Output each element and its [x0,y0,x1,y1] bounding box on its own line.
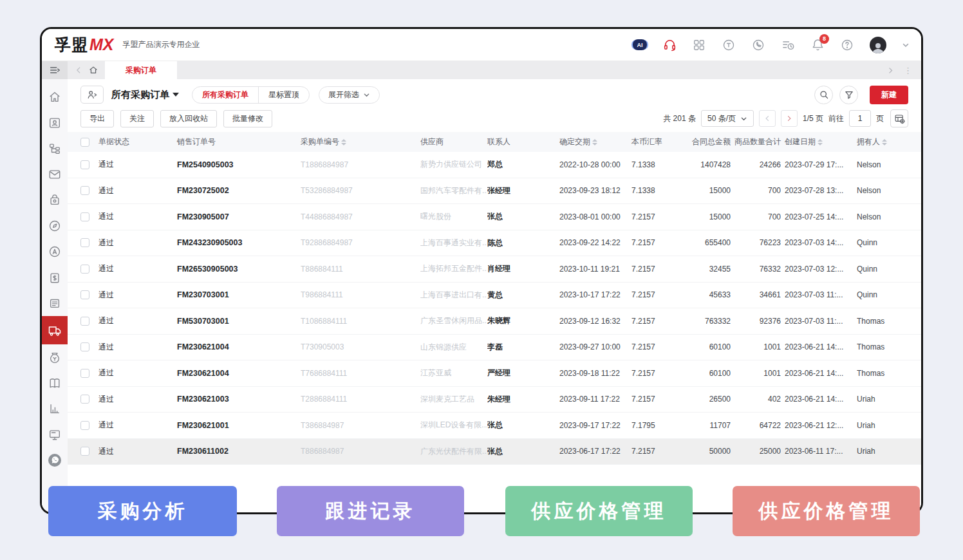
notification-bell-icon[interactable]: 8 [810,38,825,52]
tab-purchase-orders[interactable]: 采购订单 [105,61,177,79]
sort-icon[interactable] [592,139,597,145]
chevron-down-icon[interactable] [902,41,910,49]
user-avatar[interactable] [870,37,886,53]
segment-all-orders[interactable]: 所有采购订单 [192,87,258,103]
col-delivery-date[interactable]: 确定交期 [559,136,631,147]
sort-icon[interactable] [818,139,823,145]
table-row[interactable]: 通过 FM230703001 T986884111 上海百事进出口有... 黄总… [68,283,921,309]
filter-funnel-icon[interactable] [839,86,858,104]
sidebar-workbench-icon[interactable] [47,427,62,442]
cell-delivery-date: 2023-08-01 00:00 [559,212,631,221]
row-checkbox[interactable] [80,447,89,456]
row-checkbox[interactable] [80,160,89,169]
table-row[interactable]: 通过 FM243230905003 T92886884987 上海百事通实业有.… [68,230,921,257]
col-quantity-total[interactable]: 商品数量合计 [734,136,785,147]
page-size-select[interactable]: 50 条/页 [701,110,754,127]
table-row[interactable]: 通过 FM230725002 T53286884987 国邦汽车零配件有... … [68,178,921,205]
sidebar-home-icon[interactable] [47,89,62,105]
follow-button[interactable]: 关注 [120,110,154,127]
sidebar-accounts-icon[interactable] [47,244,62,259]
cell-contact: 陈总 [487,238,559,248]
collapse-menu-icon[interactable] [42,61,68,79]
row-checkbox[interactable] [80,238,89,247]
table-row[interactable]: 通过 FM2540905003 T1886884987 新势力供应链公司 郑总 … [68,152,921,178]
table-row[interactable]: 通过 FM230905007 T44886884987 曙光股份 张总 2023… [68,204,921,230]
col-owner[interactable]: 拥有人 [857,136,921,147]
col-purchase-no[interactable]: 采购单编号 [301,136,420,147]
search-icon[interactable] [814,86,833,104]
select-all-checkbox[interactable] [80,138,89,147]
export-button[interactable]: 导出 [80,110,114,127]
goto-page-input[interactable] [849,110,871,127]
col-supplier[interactable]: 供应商 [420,136,487,147]
headset-icon[interactable] [662,38,677,52]
overlay-button[interactable]: 供应价格管理 [505,486,693,536]
row-checkbox[interactable] [80,317,89,326]
table-row[interactable]: 通过 FM26530905003 T886884111 上海拓邦五金配件... … [68,256,921,283]
sidebar-analytics-icon[interactable] [47,401,62,416]
col-created-date[interactable]: 创建日期 [785,136,857,147]
new-button[interactable]: 新建 [870,86,908,104]
row-checkbox[interactable] [80,395,89,404]
overlay-button[interactable]: 采购分析 [48,486,237,536]
row-checkbox[interactable] [80,212,89,221]
col-contact[interactable]: 联系人 [487,136,559,147]
view-title[interactable]: 所有采购订单 [111,89,169,101]
table-row[interactable]: 通过 FM530703001 T1086884111 广东圣雪休闲用品... 朱… [68,308,921,335]
back-chevron-icon[interactable] [74,66,83,75]
sidebar-documents-icon[interactable] [47,295,62,311]
row-checkbox[interactable] [80,421,89,430]
overlay-button[interactable]: 跟进记录 [277,486,464,536]
column-settings-icon[interactable] [890,109,908,127]
row-checkbox[interactable] [80,265,89,274]
cell-contact: 肖经理 [487,263,559,274]
phone-circle-icon[interactable] [751,38,765,52]
sidebar-organization-icon[interactable] [47,141,62,156]
sidebar-customers-icon[interactable] [47,115,62,131]
cell-delivery-date: 2023-10-11 19:21 [559,265,631,274]
col-contract-amount[interactable]: 合同总金额 [688,136,734,147]
sidebar-ledger-icon[interactable] [47,375,62,391]
table-row[interactable]: 通过 FM230621001 T386884987 深圳LED设备有限... 张… [68,413,921,439]
segment-starred[interactable]: 星标置顶 [259,87,309,103]
row-checkbox[interactable] [80,186,89,195]
row-checkbox[interactable] [80,290,89,299]
sidebar-mail-icon[interactable] [47,167,62,182]
sort-icon[interactable] [882,139,887,145]
more-options-icon[interactable]: ⋮ [904,66,912,75]
task-circle-icon[interactable] [722,38,736,52]
col-exchange-rate[interactable]: 本币汇率 [631,136,688,147]
forward-chevron-icon[interactable] [886,66,895,75]
table-row[interactable]: 通过 FM230621004 T7686884111 江苏亚威 严经理 2023… [68,360,921,387]
sidebar-finance-icon[interactable] [47,270,62,285]
header-actions: AI [633,37,910,53]
recycle-bin-button[interactable]: 放入回收站 [160,110,217,127]
expand-filter-button[interactable]: 展开筛选 [319,86,380,104]
apps-grid-icon[interactable] [692,38,706,52]
col-sales-order[interactable]: 销售订单号 [177,136,301,147]
next-page-button[interactable] [781,110,798,127]
prev-page-button[interactable] [759,110,776,127]
cell-exchange-rate: 7.2157 [631,290,688,299]
sidebar-whatsapp-icon[interactable] [47,453,62,468]
table-row[interactable]: 通过 FM230621003 T2886884111 深圳麦克工艺品 朱经理 2… [68,387,921,413]
sort-icon[interactable] [341,139,346,145]
sidebar-products-icon[interactable] [47,192,62,208]
sidebar-procurement-truck-icon[interactable] [42,316,68,344]
row-checkbox[interactable] [80,369,89,378]
history-list-icon[interactable] [781,38,795,52]
sidebar-expenses-icon[interactable] [47,350,62,365]
batch-edit-button[interactable]: 批量修改 [223,110,272,127]
home-tab-icon[interactable] [88,65,98,75]
col-status[interactable]: 单据状态 [98,136,177,147]
sidebar-compass-icon[interactable] [47,218,62,234]
table-row[interactable]: 通过 FM230621004 T730905003 山东锦源供应 李磊 2023… [68,335,921,361]
ai-assistant-icon[interactable]: AI [633,38,647,52]
help-circle-icon[interactable] [840,38,854,52]
cell-created-date: 2023-07-29 17:... [785,160,857,169]
row-checkbox[interactable] [80,342,89,351]
overlay-button[interactable]: 供应价格管理 [733,486,920,536]
table-row[interactable]: 通过 FM230611002 T886884987 广东光伏配件有限... 张总… [68,439,921,465]
view-title-caret-icon[interactable] [173,93,179,97]
view-switcher-button[interactable] [80,86,104,104]
